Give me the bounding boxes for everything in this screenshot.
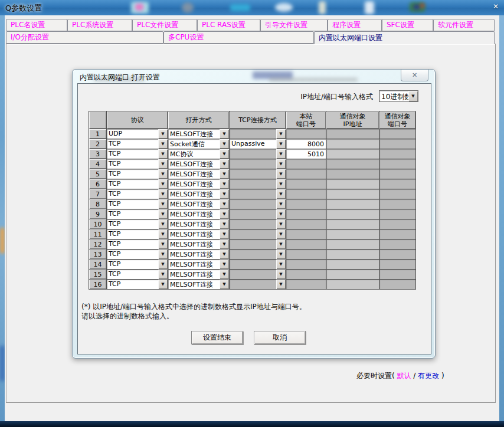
- input-format-combobox[interactable]: 10进制数 ▼: [379, 90, 418, 102]
- dropdown[interactable]: ▼: [230, 169, 286, 179]
- protocol-dropdown[interactable]: TCP▼: [107, 270, 168, 280]
- dropdown[interactable]: ▼: [230, 129, 286, 139]
- tab-io-assignment[interactable]: I/O分配设置: [6, 31, 163, 44]
- tab-builtin-ethernet[interactable]: 内置以太网端口设置: [314, 31, 495, 44]
- dropdown[interactable]: Unpassive▼: [230, 139, 286, 149]
- open-method-dropdown[interactable]: MELSOFT连接▼: [168, 239, 230, 249]
- protocol-dropdown[interactable]: TCP▼: [107, 199, 168, 209]
- combo-arrow-icon[interactable]: ▼: [158, 239, 168, 249]
- dropdown[interactable]: TCP▼: [107, 149, 168, 159]
- dropdown[interactable]: TCP▼: [107, 260, 168, 269]
- dropdown[interactable]: MELSOFT连接▼: [168, 129, 229, 139]
- open-method-dropdown[interactable]: MELSOFT连接▼: [168, 199, 230, 209]
- combo-arrow-icon[interactable]: ▼: [158, 159, 168, 169]
- open-method-dropdown[interactable]: MELSOFT连接▼: [168, 169, 230, 179]
- protocol-dropdown[interactable]: UDP▼: [107, 129, 168, 139]
- dropdown[interactable]: ▼: [230, 219, 286, 229]
- local-port-cell[interactable]: 5010: [286, 149, 326, 159]
- tab-plc-name[interactable]: PLC名设置: [6, 19, 67, 31]
- combo-arrow-icon[interactable]: ▼: [408, 91, 418, 101]
- tab-plc-system[interactable]: PLC系统设置: [67, 19, 132, 31]
- tab-sfc[interactable]: SFC设置: [382, 19, 433, 31]
- dropdown[interactable]: MELSOFT连接▼: [168, 249, 229, 259]
- combo-arrow-icon[interactable]: ▼: [158, 129, 168, 139]
- combo-arrow-icon[interactable]: ▼: [158, 209, 168, 219]
- combo-arrow-icon[interactable]: ▼: [276, 280, 286, 289]
- dropdown[interactable]: ▼: [230, 270, 286, 279]
- tcp-mode-dropdown[interactable]: ▼: [230, 179, 286, 189]
- dropdown[interactable]: TCP▼: [107, 239, 168, 249]
- open-method-dropdown[interactable]: MELSOFT连接▼: [168, 249, 230, 260]
- dropdown[interactable]: MELSOFT连接▼: [168, 179, 229, 189]
- open-method-dropdown[interactable]: MELSOFT连接▼: [168, 229, 230, 239]
- open-method-dropdown[interactable]: MELSOFT连接▼: [168, 260, 230, 270]
- dropdown[interactable]: TCP▼: [107, 199, 168, 209]
- tcp-mode-dropdown[interactable]: ▼: [230, 239, 286, 249]
- combo-arrow-icon[interactable]: ▼: [220, 139, 229, 149]
- protocol-dropdown[interactable]: TCP▼: [107, 209, 168, 219]
- combo-arrow-icon[interactable]: ▼: [220, 260, 229, 269]
- tcp-mode-dropdown[interactable]: ▼: [230, 229, 286, 239]
- protocol-dropdown[interactable]: TCP▼: [107, 260, 168, 270]
- combo-arrow-icon[interactable]: ▼: [220, 280, 229, 289]
- dropdown[interactable]: TCP▼: [107, 270, 168, 279]
- combo-arrow-icon[interactable]: ▼: [158, 149, 168, 159]
- tab-program[interactable]: 程序设置: [328, 19, 382, 31]
- dropdown[interactable]: TCP▼: [107, 189, 168, 199]
- dialog-ok-button[interactable]: 设置结束: [191, 331, 243, 344]
- combo-arrow-icon[interactable]: ▼: [276, 149, 286, 159]
- tab-plc-file[interactable]: PLC文件设置: [132, 19, 197, 31]
- tcp-mode-dropdown[interactable]: Unpassive▼: [230, 139, 286, 149]
- open-method-dropdown[interactable]: MELSOFT连接▼: [168, 219, 230, 229]
- dropdown[interactable]: ▼: [230, 179, 286, 189]
- dropdown[interactable]: TCP▼: [107, 169, 168, 179]
- dropdown[interactable]: Socket通信▼: [168, 139, 229, 149]
- tab-multi-cpu[interactable]: 多CPU设置: [163, 31, 314, 44]
- protocol-dropdown[interactable]: TCP▼: [107, 149, 168, 159]
- combo-arrow-icon[interactable]: ▼: [220, 209, 229, 219]
- tcp-mode-dropdown[interactable]: ▼: [230, 209, 286, 219]
- open-method-dropdown[interactable]: MELSOFT连接▼: [168, 159, 230, 169]
- combo-arrow-icon[interactable]: ▼: [220, 270, 229, 279]
- tab-plc-ras[interactable]: PLC RAS设置: [197, 19, 260, 31]
- open-method-dropdown[interactable]: MELSOFT连接▼: [168, 280, 230, 290]
- local-port-cell[interactable]: 8000: [286, 139, 326, 149]
- combo-arrow-icon[interactable]: ▼: [276, 249, 286, 259]
- combo-arrow-icon[interactable]: ▼: [158, 219, 168, 229]
- open-method-dropdown[interactable]: MELSOFT连接▼: [168, 209, 230, 219]
- protocol-dropdown[interactable]: TCP▼: [107, 179, 168, 189]
- protocol-dropdown[interactable]: TCP▼: [107, 219, 168, 229]
- dropdown[interactable]: ▼: [230, 239, 286, 249]
- combo-arrow-icon[interactable]: ▼: [158, 280, 168, 289]
- combo-arrow-icon[interactable]: ▼: [158, 189, 168, 199]
- tcp-mode-dropdown[interactable]: ▼: [230, 280, 286, 290]
- protocol-dropdown[interactable]: TCP▼: [107, 249, 168, 260]
- protocol-dropdown[interactable]: TCP▼: [107, 280, 168, 290]
- dropdown[interactable]: ▼: [230, 159, 286, 169]
- open-method-dropdown[interactable]: MC协议▼: [168, 149, 230, 159]
- dropdown[interactable]: MELSOFT连接▼: [168, 189, 229, 199]
- dropdown[interactable]: TCP▼: [107, 209, 168, 219]
- dropdown[interactable]: MELSOFT连接▼: [168, 229, 229, 239]
- dropdown[interactable]: MELSOFT连接▼: [168, 159, 229, 169]
- combo-arrow-icon[interactable]: ▼: [220, 249, 229, 259]
- dropdown[interactable]: UDP▼: [107, 129, 168, 139]
- tcp-mode-dropdown[interactable]: ▼: [230, 129, 286, 139]
- protocol-dropdown[interactable]: TCP▼: [107, 169, 168, 179]
- protocol-dropdown[interactable]: TCP▼: [107, 229, 168, 239]
- dropdown[interactable]: MELSOFT连接▼: [168, 169, 229, 179]
- combo-arrow-icon[interactable]: ▼: [220, 149, 229, 159]
- dialog-close-icon[interactable]: ✕: [401, 70, 428, 81]
- combo-arrow-icon[interactable]: ▼: [158, 169, 168, 179]
- dropdown[interactable]: TCP▼: [107, 219, 168, 229]
- combo-arrow-icon[interactable]: ▼: [158, 229, 168, 239]
- combo-arrow-icon[interactable]: ▼: [276, 189, 286, 199]
- dropdown[interactable]: TCP▼: [107, 229, 168, 239]
- combo-arrow-icon[interactable]: ▼: [158, 179, 168, 189]
- protocol-dropdown[interactable]: TCP▼: [107, 239, 168, 249]
- dropdown[interactable]: MELSOFT连接▼: [168, 280, 229, 289]
- window-close-icon[interactable]: ✕: [490, 1, 501, 11]
- dropdown[interactable]: ▼: [230, 260, 286, 269]
- tcp-mode-dropdown[interactable]: ▼: [230, 260, 286, 270]
- tcp-mode-dropdown[interactable]: ▼: [230, 270, 286, 280]
